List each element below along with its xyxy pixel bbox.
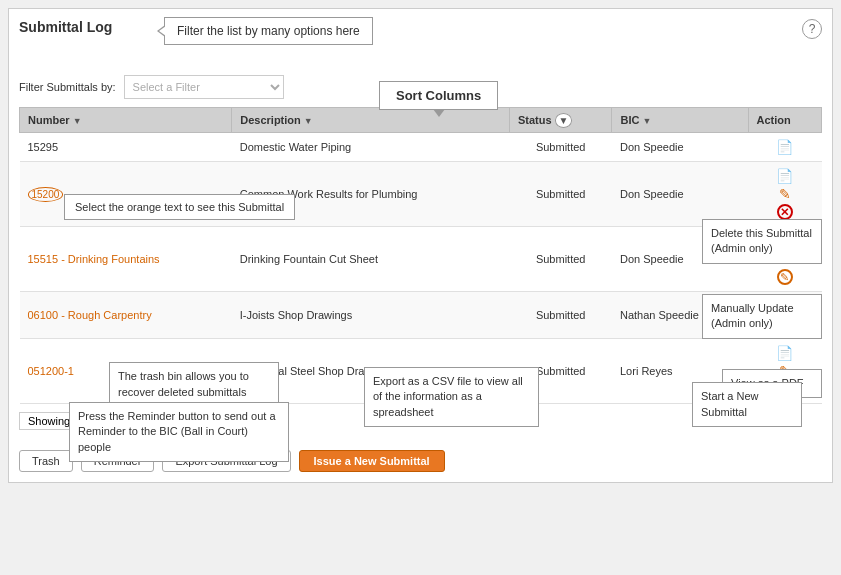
sort-arrow-description: ▼ [304, 116, 313, 126]
delete-icon[interactable]: ✕ [777, 204, 793, 220]
callout-export: Export as a CSV file to view all of the … [364, 367, 539, 427]
table-row: 15295 Domestic Water Piping Submitted Do… [20, 133, 822, 162]
issue-button[interactable]: Issue a New Submittal [299, 450, 445, 472]
orange-text-callout: Select the orange text to see this Submi… [64, 194, 295, 220]
callout-issue: Start a New Submittal [692, 382, 802, 427]
main-container: Submittal Log ? Filter the list by many … [8, 8, 833, 483]
col-description[interactable]: Description ▼ [232, 108, 510, 133]
cell-action: 📄 ✎ ✕ [748, 162, 821, 227]
trash-button[interactable]: Trash [19, 450, 73, 472]
col-action: Action [748, 108, 821, 133]
help-icon[interactable]: ? [802, 19, 822, 39]
cell-status: Submitted [509, 227, 612, 292]
filter-label: Filter Submittals by: [19, 81, 116, 93]
page-title: Submittal Log [19, 19, 822, 35]
pdf-icon[interactable]: 📄 [776, 168, 793, 184]
table-header-row: Number ▼ Description ▼ Status ▼ BIC ▼ Ac… [20, 108, 822, 133]
callout-trash: The trash bin allows you to recover dele… [109, 362, 279, 407]
sort-callout: Sort Columns [379, 81, 498, 110]
col-number[interactable]: Number ▼ [20, 108, 232, 133]
cell-description: Domestic Water Piping [232, 133, 510, 162]
sort-arrow-status[interactable]: ▼ [555, 113, 573, 128]
pdf-icon[interactable]: 📄 [776, 345, 793, 361]
cell-number: 06100 - Rough Carpentry [20, 292, 232, 339]
number-link[interactable]: 06100 - Rough Carpentry [28, 309, 152, 321]
filter-select[interactable]: Select a Filter [124, 75, 284, 99]
cell-status: Submitted [509, 133, 612, 162]
number-link[interactable]: 051200-1 [28, 365, 75, 377]
tooltip-delete: Delete this Submittal (Admin only) [702, 219, 822, 264]
update-icon[interactable]: ✎ [777, 269, 793, 285]
cell-description: I-Joists Shop Drawings [232, 292, 510, 339]
cell-number: 15295 [20, 133, 232, 162]
cell-status: Submitted [509, 162, 612, 227]
callout-reminder: Press the Reminder button to send out a … [69, 402, 289, 462]
filter-callout: Filter the list by many options here [164, 17, 373, 45]
cell-bic: Don Speedie [612, 162, 748, 227]
cell-number: 15515 - Drinking Fountains [20, 227, 232, 292]
edit-icon[interactable]: ✎ [779, 186, 791, 202]
pdf-icon[interactable]: 📄 [776, 139, 793, 155]
sort-arrow-bic: ▼ [642, 116, 651, 126]
cell-description: Drinking Fountain Cut Sheet [232, 227, 510, 292]
col-bic[interactable]: BIC ▼ [612, 108, 748, 133]
cell-bic: Don Speedie [612, 133, 748, 162]
col-status[interactable]: Status ▼ [509, 108, 612, 133]
number-link[interactable]: 15515 - Drinking Fountains [28, 253, 160, 265]
cell-action: 📄 [748, 133, 821, 162]
sort-arrow-number: ▼ [73, 116, 82, 126]
cell-status: Submitted [509, 292, 612, 339]
tooltip-update: Manually Update (Admin only) [702, 294, 822, 339]
number-link[interactable]: 15200 [28, 187, 64, 202]
